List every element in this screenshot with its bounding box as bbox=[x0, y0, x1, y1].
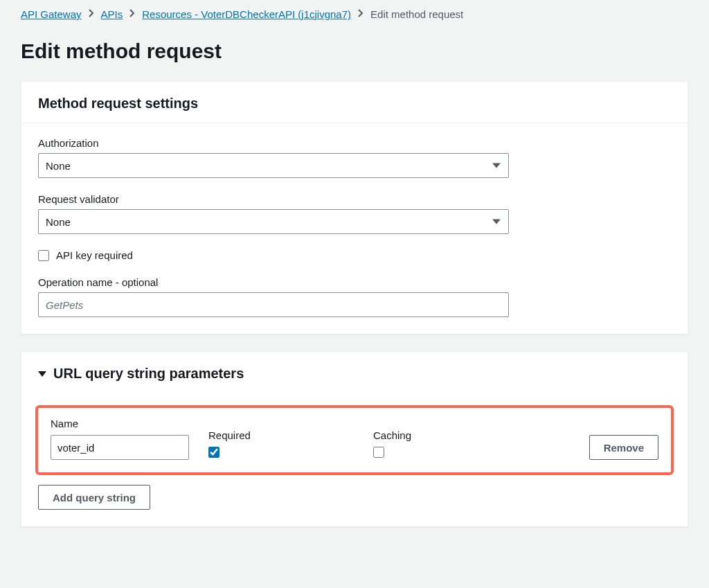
breadcrumb-apis[interactable]: APIs bbox=[101, 8, 123, 20]
query-param-caching-checkbox[interactable] bbox=[373, 447, 384, 458]
method-request-settings-panel: Method request settings Authorization No… bbox=[21, 81, 688, 335]
chevron-right-icon bbox=[89, 9, 94, 19]
chevron-right-icon bbox=[358, 9, 364, 19]
operation-name-input[interactable] bbox=[38, 292, 509, 317]
url-query-string-panel: URL query string parameters Name Require… bbox=[21, 351, 688, 527]
chevron-right-icon bbox=[129, 9, 135, 19]
column-required-label: Required bbox=[208, 429, 368, 441]
add-query-string-button[interactable]: Add query string bbox=[38, 485, 150, 510]
breadcrumb-current: Edit method request bbox=[370, 8, 463, 20]
query-params-heading: URL query string parameters bbox=[53, 366, 244, 382]
query-param-row-highlight: Name Required Caching Remove bbox=[35, 405, 674, 475]
api-key-required-checkbox[interactable] bbox=[38, 250, 49, 261]
settings-heading: Method request settings bbox=[38, 96, 671, 112]
authorization-value: None bbox=[46, 160, 71, 172]
column-caching-label: Caching bbox=[373, 429, 532, 441]
request-validator-value: None bbox=[46, 216, 71, 228]
query-param-required-checkbox[interactable] bbox=[208, 447, 219, 458]
breadcrumb-api-gateway[interactable]: API Gateway bbox=[21, 8, 82, 20]
api-key-required-row[interactable]: API key required bbox=[38, 249, 671, 261]
operation-name-label: Operation name - optional bbox=[38, 276, 671, 288]
page-title: Edit method request bbox=[21, 39, 688, 63]
authorization-label: Authorization bbox=[38, 137, 671, 149]
panel-header: Method request settings bbox=[21, 82, 688, 123]
query-param-row: Name Required Caching Remove bbox=[51, 418, 658, 460]
breadcrumb-resources[interactable]: Resources - VoterDBCheckerAPI (j1cjivgna… bbox=[142, 8, 351, 20]
caret-down-icon bbox=[38, 371, 46, 377]
query-params-header[interactable]: URL query string parameters bbox=[21, 352, 688, 387]
breadcrumb: API Gateway APIs Resources - VoterDBChec… bbox=[21, 8, 688, 20]
authorization-select[interactable]: None bbox=[38, 153, 509, 178]
remove-button[interactable]: Remove bbox=[589, 435, 658, 460]
api-key-required-label: API key required bbox=[56, 249, 133, 261]
column-name-label: Name bbox=[51, 418, 203, 429]
request-validator-label: Request validator bbox=[38, 193, 671, 205]
request-validator-select[interactable]: None bbox=[38, 209, 509, 234]
query-param-name-input[interactable] bbox=[51, 435, 189, 460]
